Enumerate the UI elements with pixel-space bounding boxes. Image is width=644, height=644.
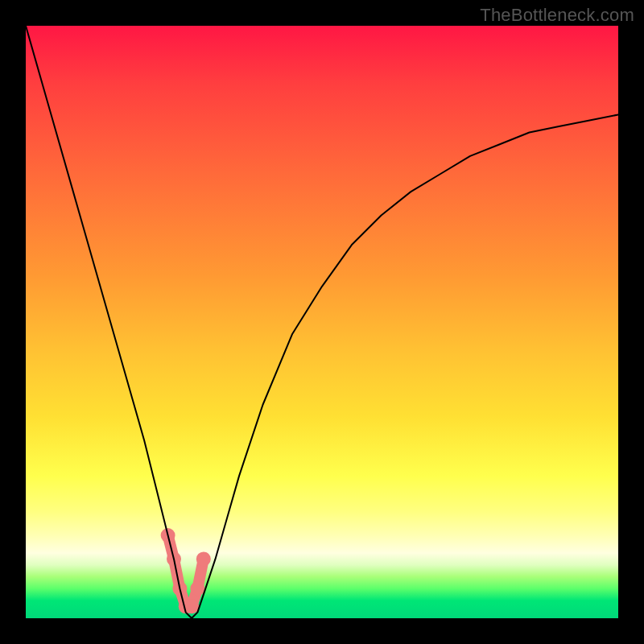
marker-dot (190, 581, 204, 596)
bottleneck-curve (26, 26, 618, 618)
watermark-text: TheBottleneck.com (480, 5, 634, 26)
plot-area (26, 26, 618, 618)
marker-dot (184, 599, 199, 613)
marker-dot (196, 551, 211, 566)
chart-frame: TheBottleneck.com (0, 0, 644, 644)
plot-svg (26, 26, 618, 618)
